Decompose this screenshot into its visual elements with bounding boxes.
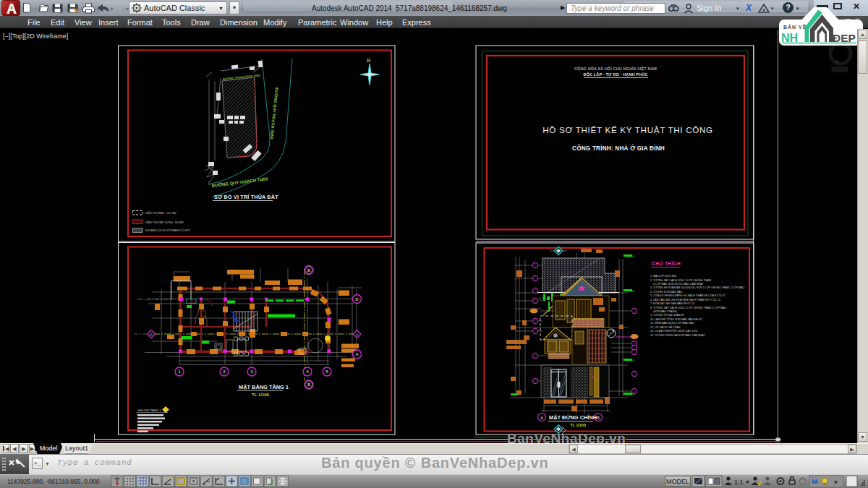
svg-text:A: A <box>150 333 153 337</box>
svg-text:TL 1/100: TL 1/100 <box>252 393 270 397</box>
svg-text:CỘNG HÒA XÃ HỘI CHỦ NGHĨA VIỆT: CỘNG HÒA XÃ HỘI CHỦ NGHĨA VIỆT NAM <box>574 66 657 71</box>
svg-text:(SƠN MÀU TRẮNG): (SƠN MÀU TRẮNG) <box>653 309 677 313</box>
svg-text:ĐỘC LẬP - TỰ DO - HẠNH PHÚC: ĐỘC LẬP - TỰ DO - HẠNH PHÚC <box>584 72 648 77</box>
svg-text:6. LAN CAN SẮT GHI HOA KẼM GẠC: 6. LAN CAN SẮT GHI HOA KẼM GẠCH THẤM VẼ … <box>650 298 720 301</box>
svg-text:A: A <box>356 352 359 356</box>
svg-text:ĐẸP: ĐẸP <box>833 32 856 44</box>
svg-text:TL 1/100: TL 1/100 <box>570 423 586 427</box>
svg-text:3: 3 <box>250 369 252 374</box>
svg-text:9. TƯỜNG ỒP ĐÁ GRANITE: 9. TƯỜNG ỒP ĐÁ GRANITE <box>650 313 684 317</box>
svg-text:ĐƯỜNG QUY HOẠCH 7M50: ĐƯỜNG QUY HOẠCH 7M50 <box>211 176 268 188</box>
svg-text:CHÚ THÍCH: CHÚ THÍCH <box>652 260 681 266</box>
svg-text:14. TƯỜNG PHUN GAI SƠN MÀU CÁM: 14. TƯỜNG PHUN GAI SƠN MÀU CÁM NHẠT <box>650 333 706 337</box>
svg-text:4: 4 <box>306 369 308 374</box>
svg-text:2. TƯỜNG XÂY GẠCH D200 1 LỚP C: 2. TƯỜNG XÂY GẠCH D200 1 LỚP CHỐNG THẤM <box>650 278 711 282</box>
svg-text:B: B <box>597 416 600 420</box>
svg-text:4. TƯỜNG SƠN MÀU NÂU: 4. TƯỜNG SƠN MÀU NÂU <box>650 290 683 294</box>
svg-text:11. KIỂM ĐAM 30(30) LỢP MÀU NÂ: 11. KIỂM ĐAM 30(30) LỢP MÀU NÂU <box>650 321 694 325</box>
svg-text:KHOẢNG LÙI SO VỚI RANH LỘ GIỚI: KHOẢNG LÙI SO VỚI RANH LỘ GIỚI <box>145 228 190 232</box>
svg-text:2 LỚP MÀU SƠN NƯỚC MÀU CÁM NHẠ: 2 LỚP MÀU SƠN NƯỚC MÀU CÁM NHẠT <box>653 282 704 286</box>
svg-text:A: A <box>540 416 543 420</box>
svg-text:DIỆN TÍCH XÂY DỰNG : 80.6M2: DIỆN TÍCH XÂY DỰNG : 80.6M2 <box>145 221 184 224</box>
svg-text:D: D <box>356 297 359 301</box>
svg-text:7. HOA SẮT GHI GẮN BẤM VẼ KT 1: 7. HOA SẮT GHI GẮN BẤM VẼ KT 16 <box>650 301 694 305</box>
svg-text:1: 1 <box>178 369 180 374</box>
svg-text:13. CỬA ĐI KÍNH HỘP 30x90 CAO: 13. CỬA ĐI KÍNH HỘP 30x90 CAO 1070 <box>650 329 697 333</box>
svg-text:HỒ SƠ THIẾT KẾ KỲ THUẬT THI CÔ: HỒ SƠ THIẾT KẾ KỲ THUẬT THI CÔNG <box>542 125 713 134</box>
svg-text:10. LAN PHỦ TÔNG SƠN MÀU NÂU Đ: 10. LAN PHỦ TÔNG SƠN MÀU NÂU ĐÁ SỒ <box>650 317 702 321</box>
svg-text:DIỆN TÍCH ĐẤT : 112.7M2: DIỆN TÍCH ĐẤT : 112.7M2 <box>145 211 176 215</box>
svg-text:GHI CHÚ TẦNG 1: GHI CHÚ TẦNG 1 <box>137 408 161 412</box>
svg-text:3. TƯỜNG KẺ ROAN ÂM 10x10@200,: 3. TƯỜNG KẺ ROAN ÂM 10x10@200, SƠN 1 LỚP… <box>650 286 744 289</box>
svg-text:SƠ ĐỒ VỊ TRÍ THỦA ĐẤT: SƠ ĐỒ VỊ TRÍ THỦA ĐẤT <box>214 193 278 200</box>
svg-text:B: B <box>367 57 370 64</box>
svg-text:1:1: 1:1 <box>734 479 744 486</box>
svg-text:+6.900: +6.900 <box>538 297 546 300</box>
svg-text:5: 5 <box>326 369 328 374</box>
svg-text:BẢN VẼ: BẢN VẼ <box>783 24 807 30</box>
svg-text:NH: NH <box>781 32 798 44</box>
svg-text:12. ỒP GẠCH THẺ TRẮN: 12. ỒP GẠCH THẺ TRẮN <box>650 325 681 329</box>
svg-text:5. CỬA GỖ KHUNG KIẾNG GỖ BẠCH: 5. CỬA GỖ KHUNG KIẾNG GỖ BẠCH THẤM VẼ CỬ… <box>650 294 725 297</box>
svg-text:1. MÁI LỢP NGÓI MũI: 1. MÁI LỢP NGÓI MũI <box>650 274 676 278</box>
svg-text:B: B <box>307 382 310 387</box>
svg-text:A: A <box>356 333 359 337</box>
svg-text:B: B <box>307 268 310 273</box>
svg-text:CÔNG TRÌNH: NHÀ Ở GIA ĐÌNH: CÔNG TRÌNH: NHÀ Ở GIA ĐÌNH <box>572 144 665 152</box>
svg-text:MẬT BẰNG TẦNG 1: MẬT BẰNG TẦNG 1 <box>239 383 289 390</box>
svg-text:2: 2 <box>223 369 225 374</box>
svg-text:8. TƯỜNG XÂY GẠCH D200 1 LỚP C: 8. TƯỜNG XÂY GẠCH D200 1 LỚP CHỐNG THẤM,… <box>650 306 726 309</box>
svg-text:MẬT ĐỨNG CHÍNH: MẬT ĐỨNG CHÍNH <box>549 414 597 421</box>
svg-text:ĐƯỜNG QUY HOẠCH 7M50: ĐƯỜNG QUY HOẠCH 7M50 <box>269 87 279 140</box>
